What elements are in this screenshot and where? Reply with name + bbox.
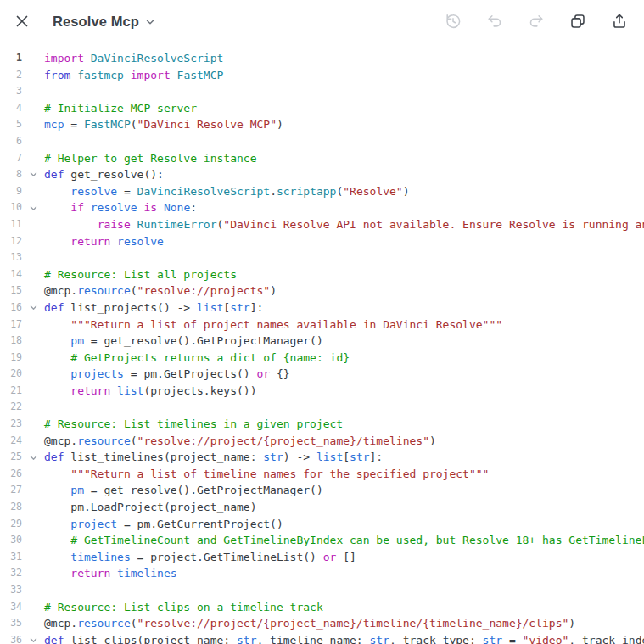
code-text: timelines = project.GetTimelineList() or… xyxy=(44,549,356,566)
code-text: mcp = FastMCP("DaVinci Resolve MCP") xyxy=(44,116,283,133)
code-text: return timelines xyxy=(44,565,177,582)
code-text: @mcp.resource("resolve://project/{projec… xyxy=(44,615,575,632)
line-number: 17 xyxy=(0,316,22,333)
code-line: 32 return timelines xyxy=(0,565,644,582)
code-line: 31 timelines = project.GetTimelineList()… xyxy=(0,549,644,566)
redo-button[interactable] xyxy=(527,12,546,31)
code-line: 6 xyxy=(0,133,644,150)
page-title: Resolve Mcp xyxy=(53,14,139,30)
share-icon xyxy=(610,12,629,31)
code-line: 13 xyxy=(0,249,644,266)
code-line: 25def list_timelines(project_name: str) … xyxy=(0,449,644,466)
code-text: @mcp.resource("resolve://projects") xyxy=(44,283,277,300)
line-number: 30 xyxy=(0,532,22,549)
code-lines: 1import DaVinciResolveScript2from fastmc… xyxy=(0,50,644,644)
code-text: resolve = DaVinciResolveScript.scriptapp… xyxy=(44,183,410,200)
fold-chevron-icon[interactable] xyxy=(22,170,44,179)
code-line: 4# Initialize MCP server xyxy=(0,100,644,117)
code-text: raise RuntimeError("DaVinci Resolve API … xyxy=(44,216,644,233)
code-line: 17 """Return a list of project names ava… xyxy=(0,316,644,333)
header-bar: Resolve Mcp xyxy=(0,0,644,42)
line-number: 21 xyxy=(0,383,22,400)
line-number: 4 xyxy=(0,100,22,117)
close-button[interactable] xyxy=(14,13,31,30)
copy-button[interactable] xyxy=(568,12,587,31)
code-line: 12 return resolve xyxy=(0,233,644,250)
code-line: 34# Resource: List clips on a timeline t… xyxy=(0,599,644,616)
code-line: 10 if resolve is None: xyxy=(0,199,644,216)
code-editor[interactable]: 1import DaVinciResolveScript2from fastmc… xyxy=(0,42,644,644)
code-line: 27 pm = get_resolve().GetProjectManager(… xyxy=(0,482,644,499)
fold-chevron-icon[interactable] xyxy=(22,453,44,462)
version-history-button[interactable] xyxy=(444,12,462,31)
code-line: 18 pm = get_resolve().GetProjectManager(… xyxy=(0,333,644,350)
code-line: 19 # GetProjects returns a dict of {name… xyxy=(0,350,644,367)
code-line: 24@mcp.resource("resolve://project/{proj… xyxy=(0,433,644,450)
code-text: pm = get_resolve().GetProjectManager() xyxy=(44,482,323,499)
code-line: 35@mcp.resource("resolve://project/{proj… xyxy=(0,615,644,632)
line-number: 35 xyxy=(0,615,22,632)
code-line: 8def get_resolve(): xyxy=(0,166,644,183)
line-number: 34 xyxy=(0,599,22,616)
code-text: if resolve is None: xyxy=(44,199,197,216)
line-number: 5 xyxy=(0,116,22,133)
code-line: 33 xyxy=(0,582,644,599)
share-button[interactable] xyxy=(610,12,629,31)
code-text: return list(projects.keys()) xyxy=(44,383,256,400)
line-number: 28 xyxy=(0,499,22,516)
code-line: 2from fastmcp import FastMCP xyxy=(0,67,644,84)
code-line: 11 raise RuntimeError("DaVinci Resolve A… xyxy=(0,216,644,233)
line-number: 12 xyxy=(0,233,22,250)
line-number: 26 xyxy=(0,466,22,483)
line-number: 15 xyxy=(0,283,22,300)
line-number: 31 xyxy=(0,549,22,566)
code-line: 21 return list(projects.keys()) xyxy=(0,383,644,400)
code-line: 14# Resource: List all projects xyxy=(0,266,644,283)
line-number: 2 xyxy=(0,67,22,84)
code-line: 3 xyxy=(0,83,644,100)
code-text: # Resource: List all projects xyxy=(44,266,237,283)
undo-button[interactable] xyxy=(485,12,504,31)
version-history-icon xyxy=(444,12,462,31)
code-line: 30 # GetTimelineCount and GetTimelineByI… xyxy=(0,532,644,549)
code-line: 7# Helper to get Resolve instance xyxy=(0,150,644,167)
fold-chevron-icon[interactable] xyxy=(22,204,44,213)
code-line: 5mcp = FastMCP("DaVinci Resolve MCP") xyxy=(0,116,644,133)
code-line: 26 """Return a list of timeline names fo… xyxy=(0,466,644,483)
fold-chevron-icon[interactable] xyxy=(22,636,44,644)
code-text: # Helper to get Resolve instance xyxy=(44,150,256,167)
line-number: 25 xyxy=(0,449,22,466)
copy-icon xyxy=(568,12,587,31)
code-text: @mcp.resource("resolve://project/{projec… xyxy=(44,433,436,450)
code-line: 20 projects = pm.GetProjects() or {} xyxy=(0,366,644,383)
code-text: def list_clips(project_name: str, timeli… xyxy=(44,632,644,644)
code-text: from fastmcp import FastMCP xyxy=(44,67,223,84)
redo-icon xyxy=(527,12,546,31)
code-line: 28 pm.LoadProject(project_name) xyxy=(0,499,644,516)
code-text: """Return a list of project names availa… xyxy=(44,316,502,333)
code-text: # Resource: List clips on a timeline tra… xyxy=(44,599,323,616)
code-text: def list_projects() -> list[str]: xyxy=(44,300,263,316)
code-text: pm = get_resolve().GetProjectManager() xyxy=(44,333,323,350)
line-number: 36 xyxy=(0,632,22,644)
close-icon xyxy=(14,13,31,30)
line-number: 1 xyxy=(0,50,22,67)
code-line: 29 project = pm.GetCurrentProject() xyxy=(0,516,644,533)
chevron-down-icon xyxy=(145,17,155,27)
line-number: 6 xyxy=(0,133,22,150)
line-number: 23 xyxy=(0,416,22,433)
line-number: 13 xyxy=(0,249,22,266)
code-text: return resolve xyxy=(44,233,164,250)
fold-chevron-icon[interactable] xyxy=(22,303,44,312)
code-text: # GetTimelineCount and GetTimelineByInde… xyxy=(44,532,644,549)
line-number: 20 xyxy=(0,366,22,383)
document-title-dropdown[interactable]: Resolve Mcp xyxy=(53,14,155,30)
line-number: 33 xyxy=(0,582,22,599)
code-line: 22 xyxy=(0,399,644,416)
code-line: 16def list_projects() -> list[str]: xyxy=(0,300,644,316)
code-text: projects = pm.GetProjects() or {} xyxy=(44,366,290,383)
line-number: 16 xyxy=(0,300,22,316)
line-number: 10 xyxy=(0,199,22,216)
code-line: 15@mcp.resource("resolve://projects") xyxy=(0,283,644,300)
code-line: 1import DaVinciResolveScript xyxy=(0,50,644,67)
